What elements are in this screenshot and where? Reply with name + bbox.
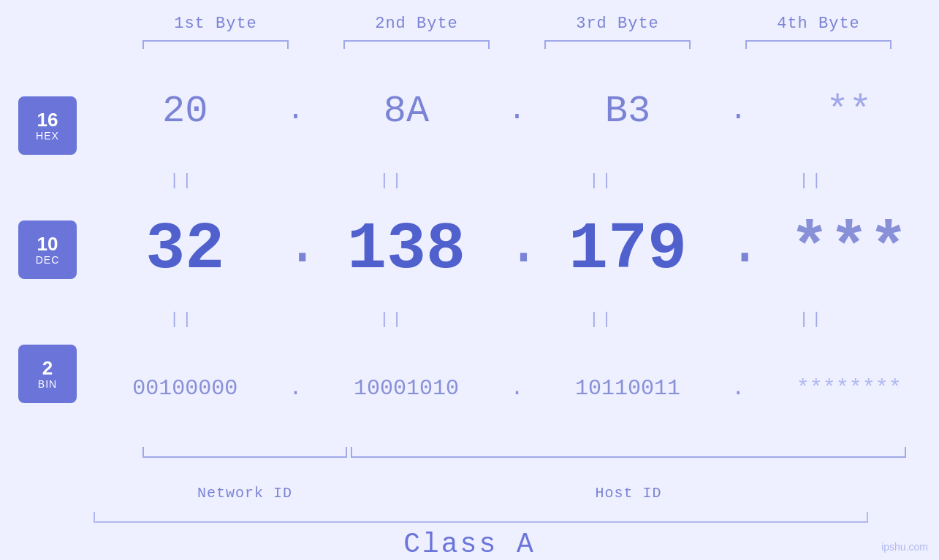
bin-byte1: 00100000 (104, 376, 265, 401)
hex-badge: 16 HEX (18, 96, 77, 155)
bin-byte2-value: 10001010 (354, 376, 459, 401)
hex-byte4-value: ** (826, 90, 872, 133)
host-id-label: Host ID (351, 485, 906, 502)
dot-bin-3: . (727, 377, 749, 399)
base-labels: 16 HEX 10 DEC 2 BIN (0, 56, 95, 443)
dec-badge-label: DEC (36, 254, 60, 266)
dec-row: 32 . 138 . 179 . *** (95, 195, 939, 304)
dec-byte3: 179 (547, 212, 708, 287)
bin-byte2: 10001010 (326, 376, 487, 401)
bin-byte3: 10110011 (547, 376, 708, 401)
bracket-byte2 (343, 40, 490, 49)
bin-byte4-value: ******** (797, 376, 902, 401)
equals-row-dec-bin: || || || || (95, 304, 899, 334)
class-area: Class A (0, 512, 939, 560)
hex-row: 20 . 8A . B3 . ** (95, 56, 939, 166)
dot-bin-2: . (506, 377, 528, 399)
dot-dec-1: . (285, 217, 307, 275)
watermark: ipshu.com (881, 541, 928, 553)
dot-dec-2: . (506, 217, 528, 275)
byte-headers: 1st Byte 2nd Byte 3rd Byte 4th Byte (115, 15, 919, 33)
dec-byte4: *** (769, 212, 930, 287)
bracket-byte1 (142, 40, 289, 49)
eq-hex-dec-1: || (102, 172, 262, 190)
bracket-byte3 (544, 40, 691, 49)
dec-byte1-value: 32 (145, 212, 224, 287)
bin-byte4: ******** (769, 376, 930, 401)
hex-byte3-value: B3 (605, 90, 650, 133)
dec-badge: 10 DEC (18, 220, 77, 279)
dec-badge-number: 10 (37, 234, 58, 255)
bin-byte1-value: 00100000 (132, 376, 237, 401)
hex-byte1-value: 20 (162, 90, 208, 133)
byte3-header: 3rd Byte (537, 15, 698, 33)
eq-dec-bin-4: || (731, 310, 892, 329)
eq-dec-bin-1: || (102, 310, 262, 329)
class-label: Class A (403, 529, 536, 560)
eq-hex-dec-2: || (311, 172, 472, 190)
hex-badge-label: HEX (36, 130, 59, 142)
dot-dec-3: . (727, 217, 749, 275)
eq-dec-bin-3: || (522, 310, 683, 329)
host-id-bracket (351, 447, 906, 458)
bin-byte3-value: 10110011 (575, 376, 680, 401)
hex-byte1: 20 (104, 90, 265, 133)
equals-row-hex-dec: || || || || (95, 166, 899, 195)
dot-hex-2: . (506, 96, 528, 126)
class-bracket (94, 512, 868, 523)
bin-badge-number: 2 (42, 358, 53, 379)
network-id-label: Network ID (142, 485, 347, 502)
hex-byte2-value: 8A (384, 90, 429, 133)
bracket-byte4 (745, 40, 892, 49)
bin-badge: 2 BIN (18, 345, 77, 403)
bin-row: 00100000 . 10001010 . 10110011 . *******… (95, 334, 939, 443)
id-label-row: Network ID Host ID (0, 485, 939, 508)
bottom-brackets-area (0, 447, 939, 481)
eq-hex-dec-4: || (731, 172, 892, 190)
top-brackets (115, 40, 919, 49)
hex-byte2: 8A (326, 90, 487, 133)
dot-hex-1: . (285, 96, 307, 126)
dec-byte2: 138 (326, 212, 487, 287)
dot-bin-1: . (285, 377, 307, 399)
values-grid: 20 . 8A . B3 . ** || || (95, 56, 939, 443)
hex-badge-number: 16 (37, 110, 58, 131)
content-area: 16 HEX 10 DEC 2 BIN 20 . 8A (0, 56, 939, 443)
byte2-header: 2nd Byte (336, 15, 497, 33)
eq-dec-bin-2: || (311, 310, 472, 329)
dec-byte1: 32 (104, 212, 265, 287)
hex-byte3: B3 (547, 90, 708, 133)
dec-byte2-value: 138 (347, 212, 465, 287)
bin-badge-label: BIN (38, 378, 57, 390)
byte4-header: 4th Byte (738, 15, 899, 33)
network-id-bracket (142, 447, 347, 458)
dec-byte3-value: 179 (569, 212, 687, 287)
eq-hex-dec-3: || (522, 172, 683, 190)
byte1-header: 1st Byte (135, 15, 296, 33)
main-container: 1st Byte 2nd Byte 3rd Byte 4th Byte 16 H… (0, 0, 939, 560)
dec-byte4-value: *** (790, 212, 908, 287)
hex-byte4: ** (769, 90, 930, 133)
dot-hex-3: . (727, 96, 749, 126)
